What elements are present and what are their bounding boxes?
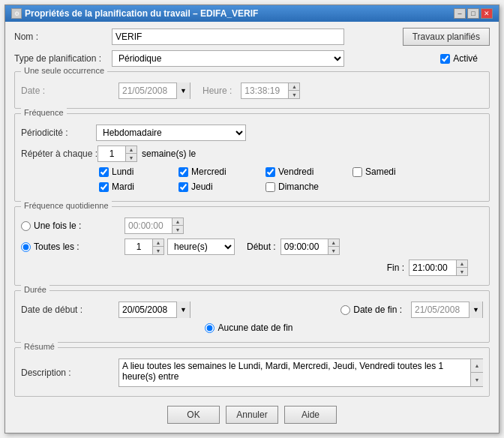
type-select[interactable]: Périodique Une fois Quotidien Hebdomadai… xyxy=(112,50,344,67)
fin-up[interactable]: ▲ xyxy=(457,260,467,268)
mercredi-label: Mercredi xyxy=(191,166,226,177)
date-fin-field: ▼ xyxy=(411,302,483,318)
window-icon: ⚙ xyxy=(11,8,22,19)
jeudi-checkbox-row: Jeudi xyxy=(178,182,254,192)
periodicite-select[interactable]: Hebdomadaire Quotidien Mensuel xyxy=(96,124,246,141)
date-input xyxy=(119,83,176,98)
active-label: Activé xyxy=(453,53,478,64)
une-fois-label: Une fois le : xyxy=(34,220,81,231)
cancel-button[interactable]: Annuler xyxy=(226,406,278,424)
debut-up[interactable]: ▲ xyxy=(328,239,339,247)
fin-spinbtns: ▲ ▼ xyxy=(456,260,467,275)
nom-row: Nom : Travaux planifiés xyxy=(14,28,490,46)
minimize-button[interactable]: – xyxy=(454,8,466,19)
repeter-up[interactable]: ▲ xyxy=(126,146,136,154)
heure-unit-select[interactable]: heure(s) minute(s) xyxy=(167,238,235,255)
semaine-label: semaine(s) le xyxy=(142,148,196,159)
date-debut-dropdown[interactable]: ▼ xyxy=(176,302,190,318)
periodicite-label: Périodicité : xyxy=(21,128,96,138)
title-buttons: – □ ✕ xyxy=(454,8,493,19)
aucune-date-row: Aucune date de fin xyxy=(21,322,483,333)
maximize-button[interactable]: □ xyxy=(467,8,479,19)
debut-label: Début : xyxy=(247,242,276,252)
date-debut-input[interactable] xyxy=(119,302,176,317)
dimanche-checkbox[interactable] xyxy=(266,182,275,192)
heure-up: ▲ xyxy=(289,83,299,91)
active-checkbox[interactable] xyxy=(440,54,450,64)
une-fois-row: Une fois le : ▲ ▼ xyxy=(21,218,483,234)
mercredi-checkbox[interactable] xyxy=(178,167,188,177)
days-row2: Mardi Jeudi Dimanche xyxy=(99,182,483,192)
heure-down: ▼ xyxy=(289,91,299,98)
date-fin-radio[interactable] xyxy=(340,305,350,315)
close-button[interactable]: ✕ xyxy=(481,8,493,19)
duree-section-title: Durée xyxy=(21,285,50,294)
active-checkbox-row: Activé xyxy=(440,53,478,64)
debut-spinbtns: ▲ ▼ xyxy=(328,239,339,254)
duree-section: Durée Date de début : ▼ Date de fin : xyxy=(14,290,490,343)
occurrence-section: Une seule occurrence Date : ▼ Heure : ▲ … xyxy=(14,71,490,109)
title-bar: ⚙ Propriétés de la planification du trav… xyxy=(5,5,499,22)
date-debut-label: Date de début : xyxy=(21,304,118,315)
date-fin-label: Date de fin : xyxy=(353,304,402,315)
mardi-label: Mardi xyxy=(112,182,134,192)
desc-scroll-up[interactable]: ▲ xyxy=(471,359,483,373)
date-fin-input xyxy=(412,302,469,317)
une-fois-radio-row: Une fois le : xyxy=(21,220,118,231)
footer-buttons: OK Annuler Aide xyxy=(14,400,490,427)
samedi-checkbox[interactable] xyxy=(352,167,362,177)
resume-section-title: Résumé xyxy=(21,342,58,351)
toutes-les-label: Toutes les : xyxy=(34,242,80,252)
vendredi-label: Vendredi xyxy=(278,166,314,177)
fin-time-field: ▲ ▼ xyxy=(409,260,468,276)
toutes-input[interactable] xyxy=(125,239,152,254)
fin-down[interactable]: ▼ xyxy=(457,268,467,275)
frequence-section-title: Fréquence xyxy=(21,108,67,117)
nom-label: Nom : xyxy=(14,32,112,42)
toutes-down[interactable]: ▼ xyxy=(153,247,164,254)
freq-quotidienne-section: Fréquence quotidienne Une fois le : ▲ ▼ xyxy=(14,206,490,286)
aucune-date-radio-row: Aucune date de fin xyxy=(205,322,292,333)
debut-time-field: ▲ ▼ xyxy=(280,238,340,255)
vendredi-checkbox[interactable] xyxy=(266,167,275,177)
date-dropdown-button: ▼ xyxy=(176,82,190,99)
aucune-date-label: Aucune date de fin xyxy=(218,322,292,333)
repeter-down[interactable]: ▼ xyxy=(126,154,136,161)
heure-input xyxy=(242,83,288,98)
travaux-planifies-button[interactable]: Travaux planifiés xyxy=(403,28,490,46)
debut-time-input[interactable] xyxy=(281,239,328,254)
mardi-checkbox[interactable] xyxy=(99,182,109,192)
main-window: ⚙ Propriétés de la planification du trav… xyxy=(4,4,500,434)
une-fois-radio[interactable] xyxy=(21,221,31,231)
jeudi-checkbox[interactable] xyxy=(178,182,188,192)
days-row1: Lundi Mercredi Vendredi Samedi xyxy=(99,166,483,177)
toutes-les-radio[interactable] xyxy=(21,242,31,252)
toutes-up[interactable]: ▲ xyxy=(153,239,164,247)
aucune-date-radio[interactable] xyxy=(205,323,214,333)
debut-down[interactable]: ▼ xyxy=(328,247,339,254)
heure-field: ▲ ▼ xyxy=(241,82,300,99)
freq-quotidienne-title: Fréquence quotidienne xyxy=(21,201,112,210)
help-button[interactable]: Aide xyxy=(284,406,337,424)
nom-input[interactable] xyxy=(112,28,344,45)
ok-button[interactable]: OK xyxy=(167,406,220,424)
date-fin-dropdown: ▼ xyxy=(469,302,482,318)
lundi-checkbox[interactable] xyxy=(99,167,109,177)
type-row: Type de planification : Périodique Une f… xyxy=(14,50,490,67)
date-heure-row: Date : ▼ Heure : ▲ ▼ xyxy=(21,82,483,99)
date-field: ▼ xyxy=(118,82,190,99)
frequence-section: Fréquence Périodicité : Hebdomadaire Quo… xyxy=(14,113,490,202)
repeter-label: Répéter à chaque : xyxy=(21,148,98,159)
lundi-checkbox-row: Lundi xyxy=(99,166,166,177)
une-fois-time-input xyxy=(125,218,172,233)
desc-scroll-down[interactable]: ▼ xyxy=(471,373,483,386)
repeter-input[interactable] xyxy=(98,146,125,161)
samedi-checkbox-row: Samedi xyxy=(352,166,412,177)
description-field: A lieu toutes les semaines le Lundi, Mar… xyxy=(118,358,471,387)
mardi-checkbox-row: Mardi xyxy=(99,182,166,192)
fin-time-input[interactable] xyxy=(410,260,456,275)
toutes-spinbtns: ▲ ▼ xyxy=(152,239,164,254)
description-label: Description : xyxy=(21,368,118,378)
toutes-les-row: Toutes les : ▲ ▼ heure(s) minute(s) Débu… xyxy=(21,238,483,255)
repeter-spinbox: ▲ ▼ xyxy=(98,146,137,162)
